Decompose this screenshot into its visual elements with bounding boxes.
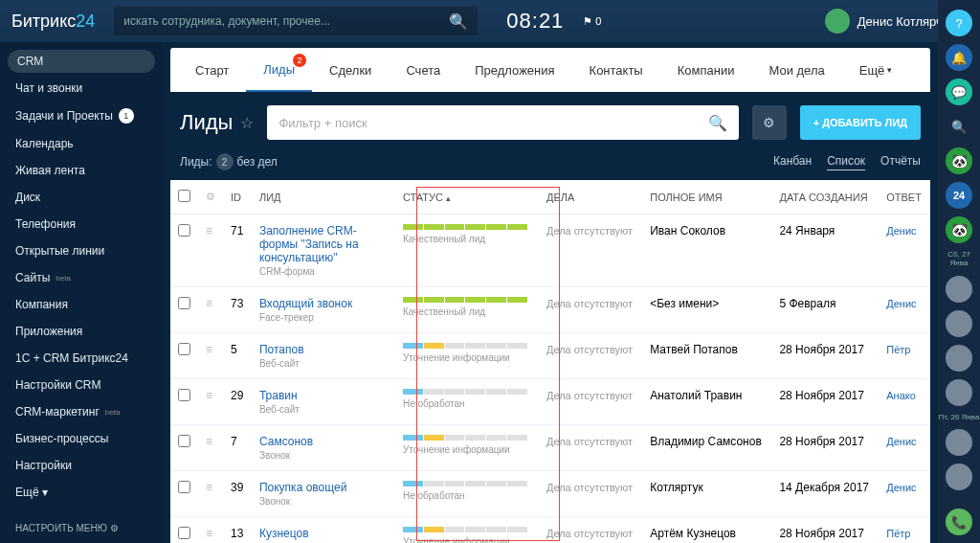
table-row[interactable]: ≡ 7 СамсоновЗвонок Уточнение информации … <box>170 425 930 471</box>
lead-link[interactable]: Входящий звонок <box>259 297 388 310</box>
search-icon[interactable]: 🔍 <box>449 12 468 31</box>
row-checkbox[interactable] <box>170 379 198 425</box>
table-row[interactable]: ≡ 71 Заполнение CRM-формы "Запись на кон… <box>170 215 930 287</box>
status-bar[interactable] <box>403 224 527 230</box>
sidebar-item[interactable]: CRM <box>8 50 155 73</box>
crm-tab[interactable]: Предложения <box>457 48 571 92</box>
rail-avatar[interactable] <box>946 276 972 303</box>
star-icon[interactable]: ☆ <box>240 114 254 132</box>
global-search[interactable]: 🔍 <box>114 7 478 35</box>
lead-link[interactable]: Кузнецов <box>259 527 388 540</box>
row-checkbox[interactable] <box>170 471 198 517</box>
sidebar-item[interactable]: Сайтыbeta <box>0 264 163 291</box>
sidebar-item[interactable]: Диск <box>0 184 163 211</box>
sidebar-item[interactable]: Чат и звонки <box>0 75 163 102</box>
sidebar-item[interactable]: Компания <box>0 291 163 318</box>
row-menu[interactable]: ≡ <box>198 215 223 287</box>
header-id[interactable]: ID <box>223 180 252 215</box>
row-menu[interactable]: ≡ <box>198 425 223 471</box>
status-bar[interactable] <box>403 389 527 395</box>
search-icon[interactable]: 🔍 <box>708 114 727 132</box>
sidebar-item[interactable]: Ещё ▾ <box>0 479 163 506</box>
responsible-link[interactable]: Денис <box>886 436 916 447</box>
responsible-link[interactable]: Денис <box>886 298 916 309</box>
sidebar-item[interactable]: Задачи и Проекты1 <box>0 102 163 130</box>
responsible-link[interactable]: Денис <box>886 225 916 237</box>
rail-avatar[interactable] <box>946 464 972 490</box>
sidebar-item[interactable]: Открытые линии <box>0 238 163 264</box>
status-bar[interactable] <box>403 343 527 349</box>
view-list[interactable]: Список <box>827 154 865 170</box>
logo[interactable]: Битрикс24 <box>11 11 95 32</box>
lead-link[interactable]: Покупка овощей <box>259 481 388 494</box>
crm-tab[interactable]: Мои дела <box>751 48 841 92</box>
header-gear[interactable]: ⚙ <box>198 180 223 215</box>
header-checkbox[interactable] <box>170 180 198 215</box>
responsible-link[interactable]: Анако <box>886 390 916 401</box>
row-checkbox[interactable] <box>170 517 198 544</box>
header-resp[interactable]: ОТВЕТ <box>879 180 930 215</box>
row-checkbox[interactable] <box>170 215 198 287</box>
table-row[interactable]: ≡ 29 ТравинВеб-сайт Не обработан Дела от… <box>170 379 930 425</box>
sidebar-item[interactable]: Настройки CRM <box>0 372 163 398</box>
call-icon[interactable]: 📞 <box>946 509 972 535</box>
row-menu[interactable]: ≡ <box>198 517 223 544</box>
sidebar-item[interactable]: Живая лента <box>0 157 163 184</box>
row-menu[interactable]: ≡ <box>198 333 223 379</box>
sidebar-item[interactable]: Телефония <box>0 211 163 238</box>
crm-tab[interactable]: Счета <box>389 48 457 92</box>
rail-avatar[interactable] <box>946 310 972 337</box>
status-bar[interactable] <box>403 481 527 486</box>
row-menu[interactable]: ≡ <box>198 287 223 333</box>
header-deals[interactable]: ДЕЛА <box>539 180 642 215</box>
table-row[interactable]: ≡ 39 Покупка овощейЗвонок Не обработан Д… <box>170 471 930 517</box>
filter-search[interactable]: 🔍 <box>267 105 738 140</box>
help-icon[interactable]: ? <box>946 10 972 36</box>
filter-input[interactable] <box>278 116 707 130</box>
sidebar-item[interactable]: Приложения <box>0 318 163 345</box>
header-status[interactable]: СТАТУС ▴ <box>395 180 539 215</box>
lead-link[interactable]: Самсонов <box>259 435 388 448</box>
responsible-link[interactable]: Пётр <box>886 528 910 539</box>
lead-link[interactable]: Травин <box>259 389 388 402</box>
configure-menu[interactable]: НАСТРОИТЬ МЕНЮ ⚙ <box>0 517 163 539</box>
panda-icon-2[interactable]: 🐼 <box>946 216 972 243</box>
rail-avatar[interactable] <box>946 345 972 372</box>
settings-button[interactable]: ⚙ <box>752 105 787 140</box>
sidebar-item[interactable]: Календарь <box>0 130 163 157</box>
row-menu[interactable]: ≡ <box>198 379 223 425</box>
crm-tab[interactable]: Лиды2 <box>246 48 312 92</box>
sub-label-b[interactable]: без дел <box>237 155 278 169</box>
crm-tab[interactable]: Старт <box>178 48 246 92</box>
crm-tab[interactable]: Контакты <box>572 48 660 92</box>
crm-tab[interactable]: Компании <box>660 48 752 92</box>
status-bar[interactable] <box>403 527 527 532</box>
view-kanban[interactable]: Канбан <box>773 154 812 170</box>
status-bar[interactable] <box>403 435 527 441</box>
sub-count[interactable]: 2 <box>216 153 234 170</box>
b24-icon[interactable]: 24 <box>946 182 972 209</box>
lead-link[interactable]: Потапов <box>259 343 388 356</box>
row-checkbox[interactable] <box>170 333 198 379</box>
row-checkbox[interactable] <box>170 287 198 333</box>
sidebar-item[interactable]: Настройки <box>0 452 163 479</box>
rail-avatar[interactable] <box>946 379 972 406</box>
rail-avatar[interactable] <box>946 429 972 456</box>
responsible-link[interactable]: Пётр <box>886 344 910 355</box>
crm-tab[interactable]: Ещё▾ <box>842 48 910 92</box>
header-lead[interactable]: ЛИД <box>252 180 395 215</box>
view-reports[interactable]: Отчёты <box>880 154 921 170</box>
sidebar-item[interactable]: Бизнес-процессы <box>0 425 163 452</box>
bell-icon[interactable]: 🔔 <box>946 44 972 71</box>
crm-tab[interactable]: Сделки <box>312 48 389 92</box>
add-lead-button[interactable]: + ДОБАВИТЬ ЛИД <box>800 105 921 140</box>
rail-search-icon[interactable]: 🔍 <box>946 113 972 140</box>
panda-icon[interactable]: 🐼 <box>946 147 972 174</box>
lead-link[interactable]: Заполнение CRM-формы "Запись на консульт… <box>259 224 388 264</box>
status-bar[interactable] <box>403 297 527 303</box>
row-checkbox[interactable] <box>170 425 198 471</box>
notifications-flag[interactable]: ⚑ 0 <box>583 15 601 28</box>
responsible-link[interactable]: Денис <box>886 482 916 493</box>
header-fullname[interactable]: ПОЛНОЕ ИМЯ <box>642 180 771 215</box>
global-search-input[interactable] <box>123 14 449 28</box>
